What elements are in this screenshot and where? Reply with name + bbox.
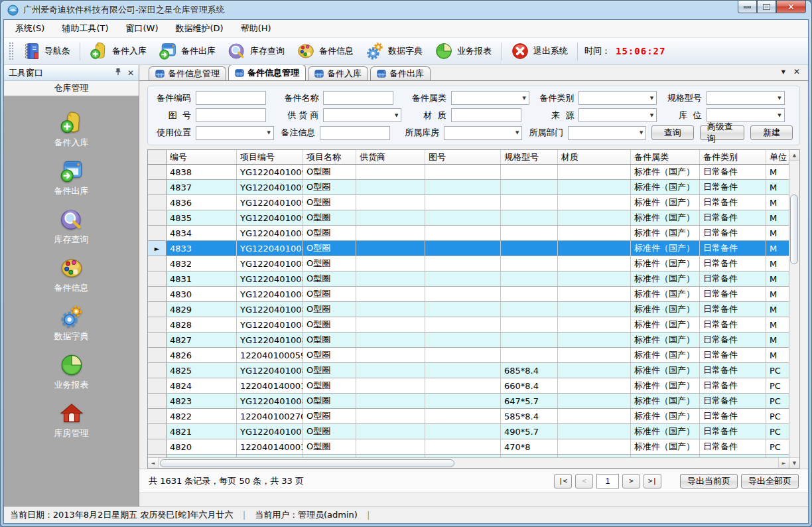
row-selector[interactable] [148, 424, 167, 439]
part-code-input[interactable] [196, 91, 266, 105]
maximize-button[interactable] [757, 1, 776, 13]
navbar-button[interactable]: 导航条 [17, 39, 76, 63]
table-row[interactable]: 4828YG12204010083O型圈标准件（国产）日常备件M [148, 317, 789, 333]
last-page-button[interactable]: >| [643, 474, 661, 489]
table-row[interactable]: 48221220401002700O型圈585*8.4标准件（国产）日常备件PC [148, 409, 789, 424]
warehouse-select[interactable]: ▼ [444, 126, 522, 140]
sidebar-item-warehouse-mgmt[interactable]: 库房管理 [54, 402, 89, 439]
scroll-down-icon[interactable]: ▼ [789, 457, 799, 468]
tab-parts-info-mgmt-2-active[interactable]: 备件信息管理 [228, 65, 306, 80]
sidebar-item-parts-inbound[interactable]: 备件入库 [54, 111, 89, 149]
column-header[interactable]: 项目名称 [303, 150, 356, 164]
sidebar-item-parts-info[interactable]: 备件信息 [54, 256, 89, 294]
tab-parts-info-mgmt-1[interactable]: 备件信息管理 [149, 66, 226, 80]
close-window-button[interactable]: ✕ [776, 1, 806, 13]
source-select[interactable]: ▼ [578, 108, 657, 122]
sidebar-item-data-dictionary[interactable]: 数据字典 [54, 305, 89, 342]
row-selector[interactable] [148, 378, 167, 393]
supplier-select[interactable]: ▼ [323, 108, 401, 122]
parts-info-button[interactable]: 备件信息 [291, 39, 359, 63]
column-header[interactable]: 规格型号 [501, 150, 558, 164]
menu-aux-tools[interactable]: 辅助工具(T) [53, 20, 117, 37]
inventory-query-button[interactable]: 库存查询 [222, 39, 290, 63]
column-header[interactable]: 编号 [167, 150, 237, 164]
part-type-select[interactable]: ▼ [578, 91, 657, 105]
tab-list-dropdown-icon[interactable]: ▼ [781, 69, 785, 75]
table-row[interactable]: 4829YG12204010084O型圈标准件（国产）日常备件M [148, 302, 789, 317]
export-current-page-button[interactable]: 导出当前页 [680, 474, 738, 489]
row-selector[interactable] [148, 180, 167, 194]
prev-page-button[interactable]: < [575, 474, 593, 489]
scroll-left-icon[interactable]: ◄ [148, 458, 159, 468]
column-header[interactable]: 备件属类 [631, 150, 700, 164]
selector-column-header[interactable] [148, 150, 167, 164]
department-select[interactable]: ▼ [568, 126, 646, 140]
column-header[interactable]: 材质 [558, 150, 631, 164]
row-selector[interactable] [148, 394, 167, 408]
table-row[interactable]: 4823YG12204010080O型圈647*5.7标准件（国产）日常备件PC [148, 394, 789, 409]
exit-system-button[interactable]: 退出系统 [506, 39, 573, 63]
table-row[interactable]: 4830YG12204010085O型圈标准件（国产）日常备件M [148, 287, 789, 302]
advanced-query-button[interactable]: 高级查询 [700, 125, 744, 140]
table-row[interactable]: 4825YG12204010081O型圈685*8.4标准件（国产）日常备件PC [148, 363, 789, 378]
part-name-input[interactable] [323, 91, 393, 105]
table-row[interactable]: 4832YG12204010087O型圈标准件（国产）日常备件M [148, 256, 789, 271]
column-header[interactable]: 单位 [766, 150, 789, 164]
horizontal-scroll-thumb[interactable] [160, 459, 454, 467]
column-header[interactable]: 图号 [425, 150, 501, 164]
table-row[interactable]: 48201220401400013O型圈470*8标准件（国产）日常备件PC [148, 439, 789, 455]
column-header[interactable]: 备件类别 [700, 150, 766, 164]
row-selector[interactable] [148, 210, 167, 225]
menu-data-maintenance[interactable]: 数据维护(D) [167, 20, 232, 37]
row-selector[interactable] [148, 195, 167, 210]
row-selector[interactable] [148, 363, 167, 378]
row-selector[interactable] [148, 271, 167, 286]
row-selector[interactable] [148, 165, 167, 179]
page-number-input[interactable] [596, 474, 619, 489]
sidebar-group-header[interactable]: 仓库管理 [4, 81, 139, 96]
panel-close-icon[interactable]: ✕ [127, 69, 134, 77]
column-header[interactable]: 供货商 [356, 150, 425, 164]
sidebar-item-inventory-query[interactable]: 库存查询 [54, 208, 89, 246]
stock-location-select[interactable]: ▼ [707, 108, 785, 122]
row-selector[interactable] [148, 317, 167, 332]
parts-outbound-button[interactable]: 备件出库 [153, 39, 221, 63]
table-row[interactable]: 4837YG12204010092O型圈标准件（国产）日常备件M [148, 180, 789, 195]
tab-parts-inbound[interactable]: 备件入库 [308, 66, 368, 80]
column-header[interactable]: 项目编号 [237, 150, 303, 164]
table-row[interactable]: 4835YG12204010090O型圈标准件（国产）日常备件M [148, 210, 789, 226]
next-page-button[interactable]: > [622, 474, 640, 489]
business-report-button[interactable]: 业务报表 [429, 39, 497, 63]
table-row[interactable]: 4831YG12204010086O型圈标准件（国产）日常备件M [148, 271, 789, 287]
row-selector[interactable] [148, 409, 167, 423]
vertical-scroll-thumb[interactable] [790, 194, 798, 264]
scroll-right-icon[interactable]: ► [778, 458, 789, 468]
first-page-button[interactable]: |< [554, 474, 572, 489]
row-selector[interactable] [148, 287, 167, 301]
vertical-scrollbar[interactable]: ▲ ▼ [789, 150, 799, 468]
tab-close-icon[interactable]: ✕ [793, 67, 800, 76]
data-dictionary-button[interactable]: 数据字典 [360, 39, 428, 63]
minimize-button[interactable] [738, 1, 757, 13]
material-input[interactable] [451, 108, 521, 122]
horizontal-scrollbar[interactable]: ◄ ► [148, 457, 789, 468]
sidebar-item-parts-outbound[interactable]: 备件出库 [54, 159, 89, 197]
part-category-select[interactable]: ▼ [451, 91, 529, 105]
pin-icon[interactable] [114, 68, 122, 78]
parts-inbound-button[interactable]: 备件入库 [84, 39, 152, 63]
toolbar-grip[interactable] [9, 42, 13, 60]
table-row[interactable]: 4838YG12204010093O型圈标准件（国产）日常备件M [148, 165, 789, 180]
menu-window[interactable]: 窗口(W) [117, 20, 167, 37]
row-selector[interactable] [148, 439, 167, 454]
menu-help[interactable]: 帮助(H) [232, 20, 280, 37]
row-pointer-cell[interactable]: ► [148, 241, 167, 256]
query-button[interactable]: 查询 [651, 125, 694, 140]
remark-input[interactable] [320, 126, 390, 140]
row-selector[interactable] [148, 226, 167, 240]
usage-position-select[interactable]: ▼ [196, 126, 274, 140]
row-selector[interactable] [148, 256, 167, 271]
tab-parts-outbound[interactable]: 备件出库 [370, 66, 431, 80]
row-selector[interactable] [148, 302, 167, 317]
new-button[interactable]: 新建 [750, 125, 793, 140]
table-row[interactable]: 48261220401000599O型圈标准件（国产）日常备件M [148, 348, 789, 363]
